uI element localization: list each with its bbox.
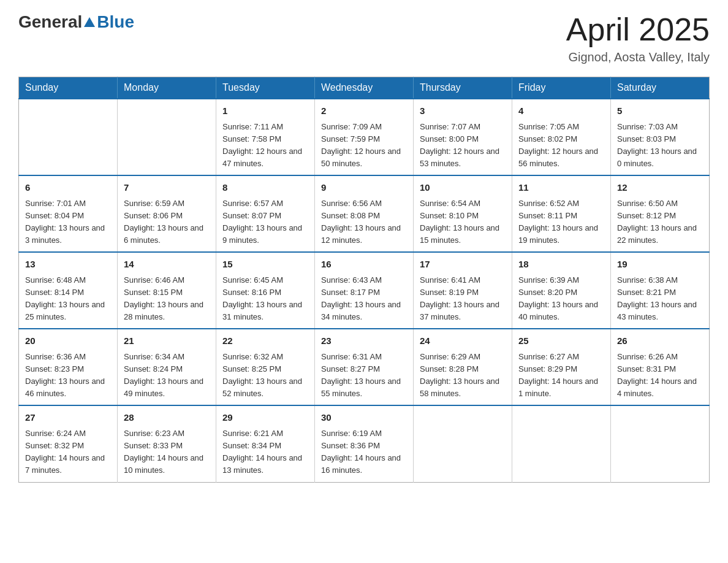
day-number: 12 [617, 181, 703, 195]
day-number: 15 [222, 258, 308, 272]
calendar-day-cell: 17Sunrise: 6:41 AM Sunset: 8:19 PM Dayli… [414, 252, 512, 329]
day-number: 26 [617, 334, 703, 348]
day-info: Sunrise: 6:32 AM Sunset: 8:25 PM Dayligh… [222, 351, 308, 400]
day-info: Sunrise: 6:54 AM Sunset: 8:10 PM Dayligh… [420, 197, 506, 247]
calendar-header-row: SundayMondayTuesdayWednesdayThursdayFrid… [19, 77, 710, 99]
day-info: Sunrise: 6:26 AM Sunset: 8:31 PM Dayligh… [617, 351, 703, 400]
day-number: 8 [222, 181, 308, 195]
calendar-day-cell: 2Sunrise: 7:09 AM Sunset: 7:59 PM Daylig… [315, 99, 414, 175]
day-number: 6 [25, 181, 111, 195]
calendar-day-cell: 10Sunrise: 6:54 AM Sunset: 8:10 PM Dayli… [414, 175, 512, 252]
day-info: Sunrise: 6:27 AM Sunset: 8:29 PM Dayligh… [518, 351, 604, 400]
day-info: Sunrise: 6:52 AM Sunset: 8:11 PM Dayligh… [518, 197, 604, 247]
calendar-day-cell: 5Sunrise: 7:03 AM Sunset: 8:03 PM Daylig… [611, 99, 710, 175]
calendar-weekday-header: Saturday [611, 77, 710, 99]
page-header: General Blue April 2025 Gignod, Aosta Va… [18, 12, 710, 64]
calendar-day-cell: 21Sunrise: 6:34 AM Sunset: 8:24 PM Dayli… [118, 329, 216, 405]
calendar-day-cell: 25Sunrise: 6:27 AM Sunset: 8:29 PM Dayli… [512, 329, 611, 405]
day-number: 23 [321, 334, 407, 348]
calendar-day-cell: 1Sunrise: 7:11 AM Sunset: 7:58 PM Daylig… [216, 99, 315, 175]
day-info: Sunrise: 6:43 AM Sunset: 8:17 PM Dayligh… [321, 274, 407, 324]
day-info: Sunrise: 6:31 AM Sunset: 8:27 PM Dayligh… [321, 351, 407, 400]
day-info: Sunrise: 6:39 AM Sunset: 8:20 PM Dayligh… [518, 274, 604, 324]
day-number: 10 [420, 181, 506, 195]
day-info: Sunrise: 6:23 AM Sunset: 8:33 PM Dayligh… [124, 427, 210, 477]
calendar-day-cell [611, 405, 710, 482]
title-area: April 2025 Gignod, Aosta Valley, Italy [566, 12, 710, 64]
calendar-day-cell [19, 99, 118, 175]
day-number: 13 [25, 258, 111, 272]
calendar-weekday-header: Wednesday [315, 77, 414, 99]
calendar-day-cell: 30Sunrise: 6:19 AM Sunset: 8:36 PM Dayli… [315, 405, 414, 482]
calendar-week-row: 27Sunrise: 6:24 AM Sunset: 8:32 PM Dayli… [19, 405, 710, 482]
day-info: Sunrise: 7:09 AM Sunset: 7:59 PM Dayligh… [321, 121, 407, 170]
day-number: 16 [321, 258, 407, 272]
logo-blue-text: Blue [97, 12, 134, 32]
calendar-day-cell: 9Sunrise: 6:56 AM Sunset: 8:08 PM Daylig… [315, 175, 414, 252]
logo-arrow-icon [83, 15, 96, 29]
calendar-day-cell: 19Sunrise: 6:38 AM Sunset: 8:21 PM Dayli… [611, 252, 710, 329]
calendar-day-cell: 16Sunrise: 6:43 AM Sunset: 8:17 PM Dayli… [315, 252, 414, 329]
calendar-day-cell: 24Sunrise: 6:29 AM Sunset: 8:28 PM Dayli… [414, 329, 512, 405]
day-number: 30 [321, 411, 407, 425]
day-number: 22 [222, 334, 308, 348]
day-number: 4 [518, 104, 604, 118]
day-info: Sunrise: 6:50 AM Sunset: 8:12 PM Dayligh… [617, 197, 703, 247]
day-info: Sunrise: 7:05 AM Sunset: 8:02 PM Dayligh… [518, 121, 604, 170]
day-number: 29 [222, 411, 308, 425]
day-info: Sunrise: 6:45 AM Sunset: 8:16 PM Dayligh… [222, 274, 308, 324]
day-number: 24 [420, 334, 506, 348]
day-number: 27 [25, 411, 111, 425]
page-title: April 2025 [566, 12, 710, 47]
day-info: Sunrise: 6:41 AM Sunset: 8:19 PM Dayligh… [420, 274, 506, 324]
calendar-weekday-header: Tuesday [216, 77, 315, 99]
calendar-day-cell: 28Sunrise: 6:23 AM Sunset: 8:33 PM Dayli… [118, 405, 216, 482]
calendar-day-cell: 7Sunrise: 6:59 AM Sunset: 8:06 PM Daylig… [118, 175, 216, 252]
page-subtitle: Gignod, Aosta Valley, Italy [566, 50, 710, 64]
calendar-week-row: 1Sunrise: 7:11 AM Sunset: 7:58 PM Daylig… [19, 99, 710, 175]
calendar-day-cell: 3Sunrise: 7:07 AM Sunset: 8:00 PM Daylig… [414, 99, 512, 175]
day-info: Sunrise: 7:01 AM Sunset: 8:04 PM Dayligh… [25, 197, 111, 247]
day-number: 21 [124, 334, 210, 348]
calendar-day-cell [118, 99, 216, 175]
day-info: Sunrise: 7:03 AM Sunset: 8:03 PM Dayligh… [617, 121, 703, 170]
calendar-day-cell: 18Sunrise: 6:39 AM Sunset: 8:20 PM Dayli… [512, 252, 611, 329]
day-number: 11 [518, 181, 604, 195]
calendar-week-row: 20Sunrise: 6:36 AM Sunset: 8:23 PM Dayli… [19, 329, 710, 405]
day-number: 20 [25, 334, 111, 348]
calendar-weekday-header: Friday [512, 77, 611, 99]
day-info: Sunrise: 6:48 AM Sunset: 8:14 PM Dayligh… [25, 274, 111, 324]
day-info: Sunrise: 6:57 AM Sunset: 8:07 PM Dayligh… [222, 197, 308, 247]
day-info: Sunrise: 6:34 AM Sunset: 8:24 PM Dayligh… [124, 351, 210, 400]
calendar-day-cell: 14Sunrise: 6:46 AM Sunset: 8:15 PM Dayli… [118, 252, 216, 329]
day-number: 9 [321, 181, 407, 195]
day-info: Sunrise: 7:07 AM Sunset: 8:00 PM Dayligh… [420, 121, 506, 170]
calendar-day-cell: 8Sunrise: 6:57 AM Sunset: 8:07 PM Daylig… [216, 175, 315, 252]
day-info: Sunrise: 6:21 AM Sunset: 8:34 PM Dayligh… [222, 427, 308, 477]
calendar-day-cell: 20Sunrise: 6:36 AM Sunset: 8:23 PM Dayli… [19, 329, 118, 405]
calendar-day-cell [512, 405, 611, 482]
svg-marker-0 [84, 17, 95, 27]
calendar-day-cell: 26Sunrise: 6:26 AM Sunset: 8:31 PM Dayli… [611, 329, 710, 405]
calendar-week-row: 6Sunrise: 7:01 AM Sunset: 8:04 PM Daylig… [19, 175, 710, 252]
calendar-day-cell: 23Sunrise: 6:31 AM Sunset: 8:27 PM Dayli… [315, 329, 414, 405]
day-number: 19 [617, 258, 703, 272]
logo: General Blue [18, 12, 134, 32]
calendar-weekday-header: Monday [118, 77, 216, 99]
day-number: 3 [420, 104, 506, 118]
calendar-weekday-header: Thursday [414, 77, 512, 99]
day-number: 14 [124, 258, 210, 272]
day-number: 7 [124, 181, 210, 195]
calendar-day-cell: 29Sunrise: 6:21 AM Sunset: 8:34 PM Dayli… [216, 405, 315, 482]
calendar-day-cell: 13Sunrise: 6:48 AM Sunset: 8:14 PM Dayli… [19, 252, 118, 329]
calendar-week-row: 13Sunrise: 6:48 AM Sunset: 8:14 PM Dayli… [19, 252, 710, 329]
day-number: 5 [617, 104, 703, 118]
calendar-weekday-header: Sunday [19, 77, 118, 99]
day-number: 2 [321, 104, 407, 118]
day-info: Sunrise: 6:19 AM Sunset: 8:36 PM Dayligh… [321, 427, 407, 477]
day-info: Sunrise: 6:59 AM Sunset: 8:06 PM Dayligh… [124, 197, 210, 247]
calendar-table: SundayMondayTuesdayWednesdayThursdayFrid… [18, 77, 710, 482]
day-info: Sunrise: 6:38 AM Sunset: 8:21 PM Dayligh… [617, 274, 703, 324]
calendar-day-cell: 22Sunrise: 6:32 AM Sunset: 8:25 PM Dayli… [216, 329, 315, 405]
day-number: 17 [420, 258, 506, 272]
